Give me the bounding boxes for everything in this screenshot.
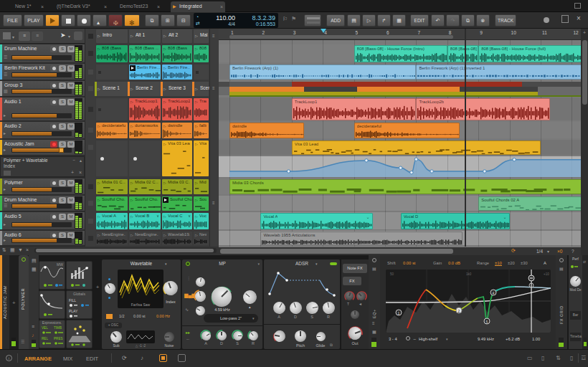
panel-header-box[interactable] xyxy=(74,32,82,40)
launcher-clip[interactable]: ▷808 (Bass ... xyxy=(129,45,161,62)
volume-fader[interactable] xyxy=(11,131,72,136)
track-stop-button[interactable] xyxy=(88,201,93,206)
record-button[interactable] xyxy=(77,14,91,27)
play-button[interactable] xyxy=(45,14,60,27)
chooser-close-icon[interactable]: × xyxy=(79,170,82,175)
launcher-clip[interactable]: ▷deciderateful xyxy=(96,123,128,138)
launcher-clip[interactable]: ▷Track... xyxy=(194,98,209,120)
document-tab-1[interactable]: New 1*× xyxy=(13,1,46,12)
launcher-button[interactable]: ✻ xyxy=(124,14,140,27)
track-row-polymer[interactable]: PolymerSM▸ xyxy=(0,178,85,194)
semitone-value[interactable]: 0.00 st xyxy=(133,314,146,318)
redo-button[interactable]: ↷ xyxy=(446,14,460,27)
add-view-button[interactable]: ⊞ xyxy=(161,14,175,27)
pointer-caret[interactable]: ▾ xyxy=(68,34,70,39)
export-icon-button[interactable]: ▷ xyxy=(362,14,376,27)
arranger-clip[interactable]: Wavelab 1955 Articulations xyxy=(260,232,463,245)
loop-icon[interactable]: ◔ xyxy=(196,14,199,19)
follow-icon[interactable]: ⇄ xyxy=(196,21,200,27)
device-tab-polymer[interactable]: POLYMER☰ xyxy=(19,255,29,349)
document-tab-4[interactable]: Integrated▶× xyxy=(171,1,225,12)
solo-button[interactable]: S xyxy=(59,180,66,186)
adsr-r-knob[interactable] xyxy=(321,300,336,315)
tab-close-icon[interactable]: × xyxy=(157,1,160,12)
record-arm-button[interactable] xyxy=(50,65,57,72)
eq-band-freq[interactable]: 9.49 kHz xyxy=(478,337,494,341)
v-scroll-thumb[interactable] xyxy=(582,40,587,105)
launcher-clip[interactable]: ▷New... xyxy=(194,232,209,245)
noise-knob[interactable] xyxy=(164,332,174,342)
fill-button[interactable]: ✠ xyxy=(108,14,123,27)
footer-grid-icon[interactable]: ▦ xyxy=(10,247,15,253)
scene-header-3[interactable]: ▷Alt 2 xyxy=(162,29,192,43)
mute-button[interactable]: M xyxy=(67,99,75,105)
filter-type-caret[interactable]: ▾ xyxy=(252,316,255,320)
list-icon[interactable]: ≡ xyxy=(32,324,34,329)
eq-device-tab[interactable]: ▤EQ+≡▦ xyxy=(369,255,380,349)
groove-button[interactable] xyxy=(304,14,321,27)
arranger-clip[interactable]: Berlin Firework (Arp) (1) inverted 1 xyxy=(416,65,581,80)
mute-button[interactable]: M xyxy=(67,82,75,89)
record-arm-button[interactable] xyxy=(50,82,57,89)
globals-modulator[interactable]: GlobalsFILLPLAY xyxy=(66,290,93,319)
eq-band-type[interactable]: High-shelf xyxy=(419,337,437,341)
adsr-a-knob[interactable] xyxy=(270,299,287,315)
undo-button[interactable]: ↶ xyxy=(431,14,445,27)
save-icon-button[interactable]: ▤ xyxy=(347,14,361,27)
filter-s-knob[interactable] xyxy=(233,331,242,340)
add-button[interactable]: ADD xyxy=(326,14,345,27)
adsr-s-knob[interactable] xyxy=(305,300,319,315)
tab-close-icon[interactable]: × xyxy=(104,1,107,12)
eq-expand-icon[interactable]: ▤ xyxy=(372,266,376,271)
stop-all-button[interactable] xyxy=(88,34,93,39)
layout-toggle-2[interactable]: ≡ xyxy=(32,32,43,41)
launcher-clip[interactable]: ▷Midia 02 C... xyxy=(129,179,161,194)
spread-knob[interactable] xyxy=(351,310,359,319)
track-stop-button[interactable] xyxy=(88,51,93,56)
solo-button[interactable]: S xyxy=(59,141,66,148)
track-stop-button[interactable] xyxy=(88,219,93,224)
clip-slot-empty[interactable] xyxy=(96,140,128,176)
track-stop-button[interactable] xyxy=(88,145,93,150)
pointer-tool-icon[interactable]: ➤ xyxy=(60,32,66,39)
notifications-icon[interactable] xyxy=(561,15,569,23)
launcher-h-scroll-thumb[interactable] xyxy=(36,249,214,252)
tab-close-icon[interactable]: × xyxy=(41,1,44,12)
volume-fader[interactable] xyxy=(11,222,72,227)
arranger-v-scrollbar[interactable]: + xyxy=(581,29,588,255)
scene-play-icon[interactable]: ▷ xyxy=(163,87,166,91)
timebase-box[interactable]: Timeba xyxy=(570,333,581,341)
xy-pad-modulator[interactable] xyxy=(66,320,93,348)
record-arm-button[interactable] xyxy=(50,197,57,204)
scene-header-2[interactable]: ▷Alt 1 xyxy=(129,29,161,43)
scene-header-1[interactable]: ▷Intro xyxy=(96,29,128,43)
launcher-clip[interactable]: Soulful Cho... xyxy=(162,196,192,211)
track-stop-button[interactable] xyxy=(88,70,93,75)
solo-button[interactable]: S xyxy=(59,214,66,220)
eq-shift-value[interactable]: 0.00 st xyxy=(403,261,415,265)
record-arm-button[interactable] xyxy=(50,180,57,186)
adsr-d-knob[interactable] xyxy=(288,300,303,315)
eq-range-20[interactable]: ±20 xyxy=(508,261,515,265)
launcher-clip[interactable]: ▷Berlin Fire... xyxy=(162,65,192,80)
volume-fader[interactable] xyxy=(11,89,72,94)
filter-freq-value[interactable]: 4.59 kHz xyxy=(209,308,235,312)
volume-fader[interactable] xyxy=(11,55,72,60)
solo-button[interactable]: S xyxy=(59,197,66,204)
record-arm-button[interactable] xyxy=(50,123,57,130)
mute-button[interactable]: M xyxy=(67,123,75,130)
add-osc-button[interactable]: + OSC xyxy=(105,323,122,328)
track-stop-button[interactable] xyxy=(88,184,93,189)
swap-panel-icon[interactable]: ⇅ xyxy=(556,355,561,361)
solo-button[interactable]: S xyxy=(59,99,66,105)
footer-sort-icon[interactable]: ⇅ xyxy=(2,247,6,253)
eq-band-gain[interactable]: +6.2 dB xyxy=(506,337,520,341)
scene-handle-icon[interactable]: ≡ xyxy=(212,86,215,90)
automation-follow-icon[interactable]: ⟳ xyxy=(122,355,127,361)
launcher-clip[interactable]: ▷durianworks... xyxy=(129,123,161,138)
track-row-audio-5[interactable]: Audio 5SM▸ xyxy=(0,212,85,229)
launcher-clip[interactable]: ▷808 (Bass xyxy=(96,45,128,62)
launcher-clip[interactable]: ▷Vita 0 xyxy=(194,140,209,176)
scene-play-icon[interactable]: ▷ xyxy=(195,34,198,38)
scene-play-icon[interactable]: ▷ xyxy=(195,87,198,91)
